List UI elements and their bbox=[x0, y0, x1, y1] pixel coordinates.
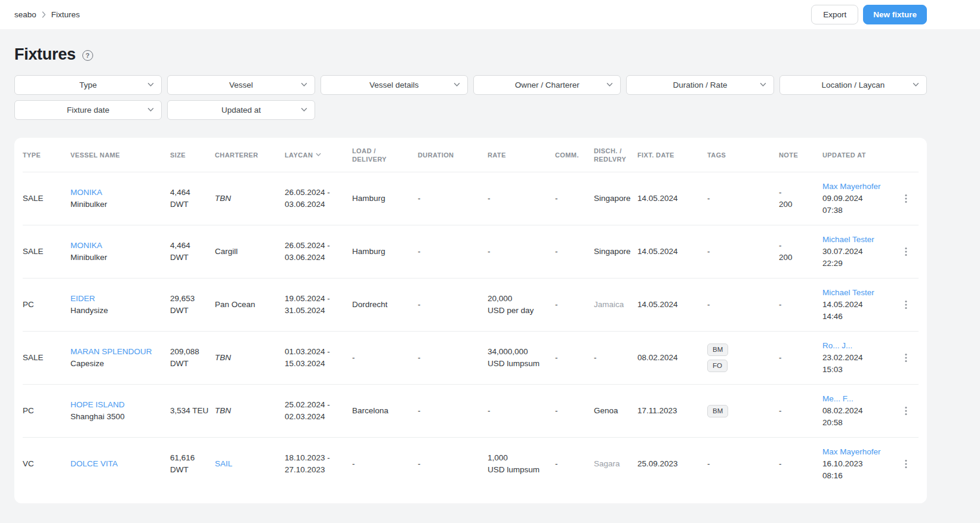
updated-user-link[interactable]: Ro... J... bbox=[822, 341, 852, 350]
cell-type: SALE bbox=[23, 352, 70, 364]
row-menu-button[interactable] bbox=[900, 300, 918, 310]
row-menu-button[interactable] bbox=[900, 247, 918, 256]
filter-label: Location / Laycan bbox=[821, 81, 885, 89]
col-header-rate: RATE bbox=[488, 151, 555, 159]
table-body: SALE MONIKA Minibulker 4,464 DWT TBN 26.… bbox=[23, 172, 919, 490]
chevron-down-icon bbox=[301, 82, 307, 87]
cell-size: 4,464 DWT bbox=[170, 187, 215, 211]
cell-tags: BMFO bbox=[707, 343, 779, 372]
filter-type[interactable]: Type bbox=[14, 75, 162, 95]
cell-duration: - bbox=[418, 299, 488, 311]
chevron-down-icon bbox=[301, 107, 307, 112]
cell-disch-redlvry: Sagara bbox=[594, 458, 637, 470]
kebab-menu-icon bbox=[905, 194, 907, 203]
breadcrumb-current[interactable]: Fixtures bbox=[51, 10, 80, 19]
filter-fixture-date[interactable]: Fixture date bbox=[14, 100, 162, 120]
filter-vessel[interactable]: Vessel bbox=[167, 75, 315, 95]
cell-updated-at: Max Mayerhofer 16.10.2023 08:16 bbox=[822, 446, 900, 482]
filter-label: Vessel details bbox=[369, 81, 419, 89]
table-row[interactable]: PC EIDER Handysize 29,653DWT Pan Ocean 1… bbox=[23, 278, 919, 331]
updated-time: 07:38 bbox=[822, 205, 894, 216]
vessel-subtitle: Capesize bbox=[70, 358, 164, 370]
filter-vessel-details[interactable]: Vessel details bbox=[320, 75, 468, 95]
cell-note: - bbox=[779, 405, 822, 417]
filter-label: Duration / Rate bbox=[673, 81, 728, 89]
row-menu-button[interactable] bbox=[900, 194, 918, 203]
cell-vessel: MONIKA Minibulker bbox=[70, 187, 170, 211]
cell-rate: 20,000USD per day bbox=[488, 293, 555, 317]
cell-disch-redlvry: Singapore bbox=[594, 246, 637, 258]
help-icon[interactable]: ? bbox=[82, 50, 93, 61]
chevron-down-icon bbox=[147, 107, 154, 112]
updated-date: 09.09.2024 bbox=[822, 193, 894, 205]
row-menu-button[interactable] bbox=[900, 353, 918, 363]
table-row[interactable]: SALE MONIKA Minibulker 4,464 DWT Cargill… bbox=[23, 225, 919, 278]
filter-location-laycan[interactable]: Location / Laycan bbox=[779, 75, 927, 95]
cell-size: 4,464 DWT bbox=[170, 240, 215, 264]
cell-laycan: 18.10.2023 -27.10.2023 bbox=[285, 452, 352, 476]
cell-charterer: Pan Ocean bbox=[215, 299, 285, 311]
cell-note: -200 bbox=[779, 240, 822, 264]
vessel-subtitle: Minibulker bbox=[70, 252, 164, 264]
cell-disch-redlvry: Singapore bbox=[594, 193, 637, 205]
fixtures-table: TYPE VESSEL NAME SIZE CHARTERER LAYCAN L… bbox=[14, 138, 927, 503]
updated-user-link[interactable]: Michael Tester bbox=[822, 288, 874, 297]
cell-rate: - bbox=[488, 246, 555, 258]
updated-user-link[interactable]: Max Mayerhofer bbox=[822, 447, 881, 456]
vessel-subtitle: Minibulker bbox=[70, 199, 164, 211]
export-button[interactable]: Export bbox=[811, 5, 858, 24]
updated-user-link[interactable]: Michael Tester bbox=[822, 235, 874, 244]
cell-laycan: 19.05.2024 -31.05.2024 bbox=[285, 293, 352, 317]
col-header-fixt-date: FIXT. DATE bbox=[637, 151, 707, 159]
kebab-menu-icon bbox=[905, 459, 907, 469]
kebab-menu-icon bbox=[905, 300, 907, 310]
cell-disch-redlvry: Genoa bbox=[594, 405, 637, 417]
table-row[interactable]: SALE MARAN SPLENDOUR Capesize 209,088DWT… bbox=[23, 331, 919, 384]
cell-comm: - bbox=[555, 193, 594, 205]
cell-note: - bbox=[779, 299, 822, 311]
page-title: Fixtures bbox=[14, 45, 76, 64]
vessel-link[interactable]: MONIKA bbox=[70, 188, 102, 197]
updated-user-link[interactable]: Me... F... bbox=[822, 394, 853, 403]
filter-duration-rate[interactable]: Duration / Rate bbox=[626, 75, 773, 95]
updated-date: 14.05.2024 bbox=[822, 299, 894, 311]
filter-label: Vessel bbox=[229, 81, 253, 89]
cell-rate: 1,000USD lumpsum bbox=[488, 452, 555, 476]
row-menu-button[interactable] bbox=[900, 459, 918, 469]
cell-updated-at: Ro... J... 23.02.2024 15:03 bbox=[822, 340, 900, 376]
charterer-text[interactable]: SAIL bbox=[215, 459, 232, 468]
col-header-laycan[interactable]: LAYCAN bbox=[285, 151, 352, 159]
filter-updated-at[interactable]: Updated at bbox=[167, 100, 315, 120]
cell-size: 3,534 TEU bbox=[170, 405, 215, 417]
vessel-link[interactable]: MONIKA bbox=[70, 241, 102, 250]
breadcrumb-root[interactable]: seabo bbox=[14, 10, 36, 19]
vessel-link[interactable]: HOPE ISLAND bbox=[70, 400, 125, 409]
cell-duration: - bbox=[418, 193, 488, 205]
table-row[interactable]: VC DOLCE VITA 61,616DWT SAIL 18.10.2023 … bbox=[23, 437, 919, 490]
col-header-duration: DURATION bbox=[418, 151, 488, 159]
cell-type: SALE bbox=[23, 193, 70, 205]
filter-owner-charterer[interactable]: Owner / Charterer bbox=[473, 75, 621, 95]
updated-date: 23.02.2024 bbox=[822, 352, 894, 364]
vessel-link[interactable]: EIDER bbox=[70, 294, 95, 303]
cell-note: -200 bbox=[779, 187, 822, 211]
table-row[interactable]: SALE MONIKA Minibulker 4,464 DWT TBN 26.… bbox=[23, 172, 919, 225]
vessel-link[interactable]: MARAN SPLENDOUR bbox=[70, 347, 152, 356]
vessel-link[interactable]: DOLCE VITA bbox=[70, 459, 118, 468]
col-header-load-delivery: LOAD / DELIVERY bbox=[352, 147, 418, 163]
row-menu-button[interactable] bbox=[900, 406, 918, 416]
new-fixture-button[interactable]: New fixture bbox=[863, 5, 927, 24]
cell-note: - bbox=[779, 352, 822, 364]
table-row[interactable]: PC HOPE ISLAND Shanghai 3500 3,534 TEU T… bbox=[23, 384, 919, 437]
tag-chip: BM bbox=[707, 405, 728, 417]
cell-laycan: 26.05.2024 -03.06.2024 bbox=[285, 187, 352, 211]
cell-updated-at: Michael Tester 30.07.2024 22:29 bbox=[822, 234, 900, 270]
kebab-menu-icon bbox=[905, 353, 907, 363]
sort-chevron-down-icon bbox=[316, 153, 321, 157]
filter-label: Type bbox=[79, 81, 97, 89]
updated-user-link[interactable]: Max Mayerhofer bbox=[822, 182, 881, 191]
tag-chip: FO bbox=[707, 360, 728, 372]
cell-vessel: MONIKA Minibulker bbox=[70, 240, 170, 264]
filter-label: Updated at bbox=[221, 106, 261, 114]
cell-type: PC bbox=[23, 405, 70, 417]
